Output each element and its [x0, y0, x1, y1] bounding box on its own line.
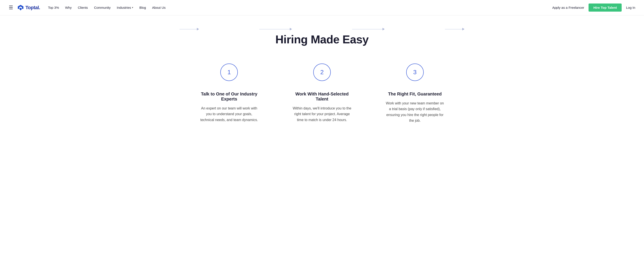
nav-link-community[interactable]: Community — [94, 6, 111, 9]
hire-talent-button[interactable]: Hire Top Talent — [588, 3, 622, 11]
logo-text: Toptal. — [26, 5, 40, 10]
step-1-circle: 1 — [220, 63, 238, 81]
step-3-circle: 3 — [406, 63, 424, 81]
left-orphan-arrow — [180, 28, 199, 30]
logo-link[interactable]: Toptal. — [17, 4, 40, 11]
arrow-connector-2-3 — [352, 28, 385, 30]
page-title: Hiring Made Easy — [275, 33, 368, 46]
apply-freelancer-link[interactable]: Apply as a Freelancer — [552, 6, 584, 9]
nav-link-blog[interactable]: Blog — [140, 6, 146, 9]
step-3-heading: The Right Fit, Guaranteed — [388, 91, 442, 97]
right-orphan-arrow — [445, 28, 464, 30]
step-1-heading: Talk to One of Our Industry Experts — [199, 91, 259, 102]
arrowhead-1-2 — [290, 28, 292, 30]
chevron-down-icon: ▾ — [132, 6, 133, 9]
hamburger-menu-icon[interactable]: ☰ — [9, 5, 13, 10]
step-1: 1 Talk to One of Our Industry Experts An… — [199, 63, 259, 123]
step-1-description: An expert on our team will work with you… — [199, 106, 259, 123]
step-2-heading: Work With Hand-Selected Talent — [292, 91, 352, 102]
nav-link-top3[interactable]: Top 3% — [48, 6, 59, 9]
nav-links: Top 3% Why Clients Community Industries … — [48, 6, 552, 9]
step-3-description: Work with your new team member on a tria… — [385, 100, 445, 124]
nav-link-clients[interactable]: Clients — [78, 6, 88, 9]
nav-link-about[interactable]: About Us — [152, 6, 166, 9]
step-3: 3 The Right Fit, Guaranteed Work with yo… — [385, 63, 445, 124]
orphan-arrowhead-right — [462, 28, 464, 30]
nav-right: Apply as a Freelancer Hire Top Talent Lo… — [552, 3, 635, 11]
arrow-connector-1-2 — [259, 28, 292, 30]
step-2-circle: 2 — [313, 63, 331, 81]
step-2-description: Within days, we'll introduce you to the … — [292, 106, 352, 123]
orphan-arrowhead-left — [197, 28, 199, 30]
navbar: ☰ Toptal. Top 3% Why Clients Community I… — [0, 0, 644, 15]
svg-marker-1 — [19, 8, 22, 10]
nav-link-why[interactable]: Why — [65, 6, 72, 9]
arrowhead-2-3 — [382, 28, 385, 30]
nav-link-industries[interactable]: Industries ▾ — [117, 6, 133, 9]
login-link[interactable]: Log In — [626, 6, 635, 9]
step-2: 2 Work With Hand-Selected Talent Within … — [292, 63, 352, 123]
main-content: Hiring Made Easy 1 Talk to One of Our In… — [0, 15, 644, 146]
steps-container: 1 Talk to One of Our Industry Experts An… — [180, 63, 464, 124]
toptal-logo-icon — [17, 4, 24, 11]
